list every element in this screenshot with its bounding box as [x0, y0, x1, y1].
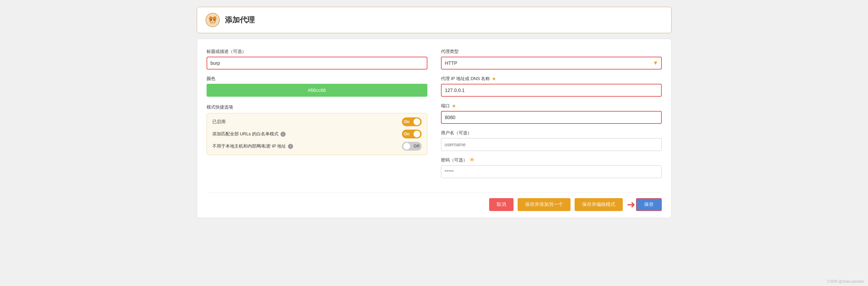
mode-label: 模式快捷选项 — [207, 104, 427, 110]
cancel-button[interactable]: 取消 — [489, 198, 514, 211]
color-label: 颜色 — [207, 76, 427, 82]
password-field-group: 密码（可选） 👁 — [441, 157, 662, 178]
save-button[interactable]: 保存 — [636, 198, 662, 211]
ip-required-star: ★ — [492, 76, 496, 81]
proxy-type-field-group: 代理类型 HTTP HTTPS SOCKS4 SOCKS5 ▼ — [441, 49, 662, 70]
fox-logo — [205, 13, 220, 27]
username-field-group: 用户名（可选） — [441, 130, 662, 151]
info-icon-1[interactable]: i — [281, 132, 286, 137]
mode-option-row-1: 已启用 On — [212, 117, 422, 126]
left-column: 标题或描述（可选） 颜色 #66cc66 模式快捷选项 已启用 — [207, 49, 427, 184]
username-label: 用户名（可选） — [441, 130, 662, 136]
proxy-type-select[interactable]: HTTP HTTPS SOCKS4 SOCKS5 — [441, 57, 662, 70]
port-label: 端口 ★ — [441, 103, 662, 109]
svg-point-6 — [213, 19, 215, 21]
password-label: 密码（可选） 👁 — [441, 157, 662, 163]
mode-option-label-2: 添加匹配全部 URLs 的白名单模式 i — [212, 131, 286, 137]
save-wrapper: ➜ 保存 — [627, 198, 662, 211]
info-icon-2[interactable]: i — [288, 144, 293, 149]
title-input[interactable] — [207, 57, 427, 70]
port-input[interactable] — [441, 111, 662, 124]
title-field-group: 标题或描述（可选） — [207, 49, 427, 70]
save-edit-button[interactable]: 保存并编辑模式 — [575, 198, 623, 211]
port-field-group: 端口 ★ — [441, 103, 662, 124]
mode-option-label-1: 已启用 — [212, 119, 226, 125]
mode-options-box: 已启用 On 添加匹配全部 URLs 的白名单模式 i — [207, 113, 427, 155]
eye-icon[interactable]: 👁 — [469, 157, 475, 163]
watermark: CSDN @zhao-pandas — [827, 279, 864, 283]
svg-point-5 — [211, 19, 212, 21]
password-input[interactable] — [441, 165, 662, 178]
footer-buttons: 取消 保存并添加另一个 保存并编辑模式 ➜ 保存 — [207, 192, 662, 211]
proxy-type-wrapper: HTTP HTTPS SOCKS4 SOCKS5 ▼ — [441, 57, 662, 70]
title-label: 标题或描述（可选） — [207, 49, 427, 55]
right-column: 代理类型 HTTP HTTPS SOCKS4 SOCKS5 ▼ 代 — [441, 49, 662, 184]
save-add-button[interactable]: 保存并添加另一个 — [518, 198, 571, 211]
main-card: 标题或描述（可选） 颜色 #66cc66 模式快捷选项 已启用 — [197, 39, 672, 218]
color-swatch[interactable]: #66cc66 — [207, 84, 427, 97]
mode-option-row-2: 添加匹配全部 URLs 的白名单模式 i On — [212, 130, 422, 138]
toggle-localhost[interactable]: Off — [402, 142, 422, 151]
page-container: 添加代理 标题或描述（可选） 颜色 #66cc66 模式快捷选项 — [197, 7, 672, 218]
username-input[interactable] — [441, 138, 662, 151]
toggle-enabled[interactable]: On — [402, 117, 422, 126]
ip-label: 代理 IP 地址或 DNS 名称 ★ — [441, 76, 662, 82]
ip-field-group: 代理 IP 地址或 DNS 名称 ★ — [441, 76, 662, 97]
save-arrow-indicator: ➜ — [627, 199, 635, 210]
mode-option-row-3: 不用于本地主机和内部网/私密 IP 地址 i Off — [212, 142, 422, 151]
color-field-group: 颜色 #66cc66 — [207, 76, 427, 97]
page-title: 添加代理 — [225, 15, 255, 25]
form-layout: 标题或描述（可选） 颜色 #66cc66 模式快捷选项 已启用 — [207, 49, 662, 184]
mode-section: 模式快捷选项 已启用 On 添加 — [207, 104, 427, 155]
header-card: 添加代理 — [197, 7, 672, 33]
proxy-type-label: 代理类型 — [441, 49, 662, 55]
mode-option-label-3: 不用于本地主机和内部网/私密 IP 地址 i — [212, 143, 293, 149]
port-required-star: ★ — [452, 103, 456, 109]
ip-input[interactable] — [441, 84, 662, 97]
password-wrapper — [441, 165, 662, 178]
toggle-whitelist[interactable]: On — [402, 130, 422, 138]
